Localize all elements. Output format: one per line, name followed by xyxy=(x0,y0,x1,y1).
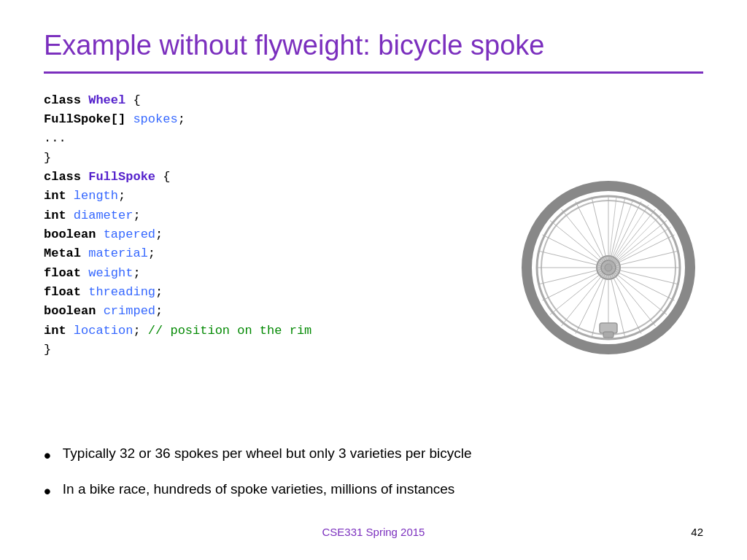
code-line: float weight; xyxy=(44,264,499,283)
svg-line-38 xyxy=(608,227,671,268)
code-line: class Wheel { xyxy=(44,91,499,110)
svg-line-15 xyxy=(608,268,675,300)
bullets-section: •Typically 32 or 36 spokes per wheel but… xyxy=(44,444,703,516)
code-line: int length; xyxy=(44,187,499,206)
code-line: ... xyxy=(44,129,499,148)
bullet-text: Typically 32 or 36 spokes per wheel but … xyxy=(63,444,472,464)
code-line: Metal material; xyxy=(44,244,499,263)
bullet-dot: • xyxy=(44,441,51,470)
svg-rect-40 xyxy=(603,332,614,338)
slide-title: Example without flyweight: bicycle spoke xyxy=(44,29,703,63)
code-line: int location; // position on the rim xyxy=(44,322,499,341)
bullet-item: •Typically 32 or 36 spokes per wheel but… xyxy=(44,444,703,470)
code-line: boolean crimped; xyxy=(44,302,499,321)
svg-line-32 xyxy=(576,201,608,268)
code-block: class Wheel { FullSpoke[] spokes; ...}cl… xyxy=(44,91,499,437)
content-area: class Wheel { FullSpoke[] spokes; ...}cl… xyxy=(44,91,703,437)
title-divider xyxy=(44,71,703,74)
code-line: boolean tapered; xyxy=(44,225,499,244)
footer-page: 42 xyxy=(691,526,703,538)
bullet-item: •In a bike race, hundreds of spoke varie… xyxy=(44,480,703,505)
code-line: float threading; xyxy=(44,283,499,302)
svg-line-25 xyxy=(543,268,609,300)
slide: Example without flyweight: bicycle spoke… xyxy=(0,0,747,560)
bullet-dot: • xyxy=(44,477,51,505)
svg-line-8 xyxy=(608,201,641,268)
bicycle-wheel-image xyxy=(521,180,696,355)
code-line: } xyxy=(44,149,499,168)
footer: CSE331 Spring 2015 42 xyxy=(44,521,703,538)
code-line: } xyxy=(44,341,499,359)
bullet-text: In a bike race, hundreds of spoke variet… xyxy=(63,480,455,499)
code-line: FullSpoke[] spokes; xyxy=(44,110,499,129)
svg-line-29 xyxy=(543,235,609,268)
code-line: class FullSpoke { xyxy=(44,168,499,187)
svg-line-37 xyxy=(608,214,662,268)
footer-course: CSE331 Spring 2015 xyxy=(322,526,425,538)
wheel-area xyxy=(514,91,703,437)
code-line: int diameter; xyxy=(44,206,499,225)
